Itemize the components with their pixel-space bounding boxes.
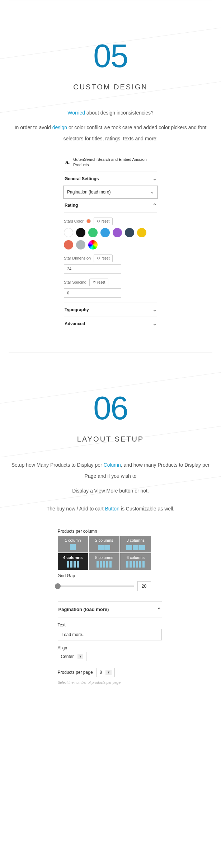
undo-icon: ↺	[97, 219, 100, 224]
column-option[interactable]: 2 columns	[89, 536, 119, 552]
paragraph-text: or color conflict we took care and added…	[64, 125, 207, 141]
rating-body: Stars Color ↺ reset Star Dimension ↺ res…	[64, 212, 157, 298]
color-swatch[interactable]	[113, 228, 122, 237]
column-option[interactable]: 5 columns	[89, 553, 119, 570]
star-dimension-input[interactable]	[64, 264, 121, 274]
star-spacing-group: Star Spacing ↺ reset	[64, 279, 157, 298]
field-label: Star Dimension	[64, 256, 91, 260]
panel-header: a. GutenSearch Search and Embed Amazon P…	[64, 155, 157, 172]
products-per-page-select[interactable]: 8 ▼	[97, 668, 115, 677]
accordion-label: Advanced	[65, 321, 85, 326]
bars-icon	[124, 561, 147, 568]
reset-button[interactable]: ↺ reset	[89, 279, 108, 286]
products-per-page-row: Products per page 8 ▼	[58, 668, 164, 677]
accordion-label: Pagination (load more)	[58, 607, 109, 612]
section-paragraph: The buy now / Add to cart Button is Cust…	[7, 503, 214, 514]
column-option-label: 6 columns	[127, 555, 145, 560]
reset-button[interactable]: ↺ reset	[94, 255, 113, 262]
undo-icon: ↺	[97, 256, 100, 261]
select-value: 8	[100, 670, 102, 675]
column-option-label: 1 column	[65, 538, 81, 542]
accordion-label: Rating	[65, 203, 78, 208]
chevron-up-icon: ⌃	[157, 607, 161, 612]
field-label: Stars Color	[64, 219, 84, 223]
paragraph-text: The buy now / Add to cart	[47, 506, 105, 512]
column-option[interactable]: 6 columns	[120, 553, 151, 570]
panel-header-text: GutenSearch Search and Embed Amazon Prod…	[73, 157, 156, 167]
bars-icon	[93, 561, 116, 568]
section-title: CUSTOM DESIGN	[7, 83, 214, 91]
undo-icon: ↺	[93, 280, 96, 285]
color-swatch[interactable]	[88, 240, 98, 249]
accordion-label: Typography	[65, 307, 89, 312]
accent-text: Column	[104, 462, 121, 468]
color-swatch[interactable]	[64, 240, 73, 249]
bars-icon	[93, 544, 116, 550]
pagination-select[interactable]: Pagination (load more) ⌄	[63, 186, 158, 199]
current-color-dot	[86, 219, 91, 223]
accent-text: Button	[105, 506, 119, 512]
ppp-label: Products per page	[58, 670, 93, 675]
load-more-text-input[interactable]	[58, 629, 162, 640]
color-swatch[interactable]	[100, 228, 110, 237]
grid-gap-label: Grid Gap	[58, 573, 164, 578]
grid-gap-slider-row: 20	[58, 581, 151, 591]
accordion-typography[interactable]: Typography ⌄	[64, 303, 157, 317]
bars-icon	[61, 561, 84, 568]
grid-gap-slider[interactable]	[58, 585, 134, 587]
paragraph-text: about design inconsistencies?	[85, 110, 154, 116]
color-swatches	[64, 228, 157, 249]
color-swatch[interactable]	[76, 228, 85, 237]
column-option[interactable]: 3 columns	[120, 536, 151, 552]
section-layout-setup: 06 LAYOUT SETUP Setup how Many Products …	[0, 353, 221, 706]
paragraph-text: Setup how Many Products to Display per	[11, 462, 104, 468]
section-paragraph: In order to avoid design or color confli…	[7, 122, 214, 144]
reset-button[interactable]: ↺ reset	[94, 218, 113, 225]
slider-thumb[interactable]	[55, 583, 61, 589]
chevron-down-icon: ⌄	[153, 307, 156, 312]
chevron-down-icon: ▼	[77, 654, 84, 659]
reset-label: reset	[102, 256, 109, 260]
chevron-down-icon: ▼	[105, 670, 112, 675]
column-option-label: 4 columns	[63, 555, 83, 560]
help-text: Select the number of products per page.	[58, 681, 164, 685]
section-number: 05	[7, 40, 214, 72]
color-swatch[interactable]	[64, 228, 73, 237]
ppc-label: Products per column	[58, 529, 164, 534]
column-option-label: 3 columns	[127, 538, 145, 542]
amazon-icon: a.	[65, 159, 70, 165]
chevron-up-icon: ⌃	[153, 203, 156, 208]
accordion-pagination[interactable]: Pagination (load more) ⌃	[58, 601, 162, 617]
color-swatch[interactable]	[88, 228, 98, 237]
column-option-label: 2 columns	[95, 538, 113, 542]
bars-icon	[61, 544, 84, 550]
accordion-general-settings[interactable]: General Settings ⌄	[64, 172, 157, 186]
paragraph-text: is Customizable as well.	[119, 506, 174, 512]
settings-panel: a. GutenSearch Search and Embed Amazon P…	[64, 155, 157, 331]
reset-label: reset	[97, 280, 105, 284]
color-swatch[interactable]	[76, 240, 85, 249]
text-label: Text	[58, 622, 164, 627]
select-value: Center	[61, 654, 74, 659]
star-dimension-group: Star Dimension ↺ reset	[64, 255, 157, 274]
accent-text: Worried	[67, 110, 85, 116]
align-select[interactable]: Center ▼	[58, 652, 87, 661]
grid-gap-value[interactable]: 20	[137, 581, 151, 591]
layout-panel: Products per column 1 column2 columns3 c…	[58, 529, 164, 685]
accent-text: design	[52, 125, 67, 130]
color-swatch[interactable]	[137, 228, 146, 237]
bars-icon	[124, 544, 147, 550]
star-spacing-input[interactable]	[64, 288, 121, 298]
color-swatch[interactable]	[125, 228, 134, 237]
accordion-advanced[interactable]: Advanced ⌄	[64, 317, 157, 331]
column-option[interactable]: 4 columns	[58, 553, 88, 570]
section-title: LAYOUT SETUP	[7, 435, 214, 443]
column-option[interactable]: 1 column	[58, 536, 88, 552]
field-label: Star Spacing	[64, 280, 86, 284]
select-value: Pagination (load more)	[67, 190, 110, 195]
stars-color-row: Stars Color ↺ reset	[64, 218, 157, 225]
section-paragraph: Worried about design inconsistencies?	[7, 107, 214, 118]
accordion-rating[interactable]: Rating ⌃	[64, 199, 157, 212]
chevron-down-icon: ⌄	[153, 321, 156, 326]
chevron-down-icon: ⌄	[150, 190, 154, 195]
